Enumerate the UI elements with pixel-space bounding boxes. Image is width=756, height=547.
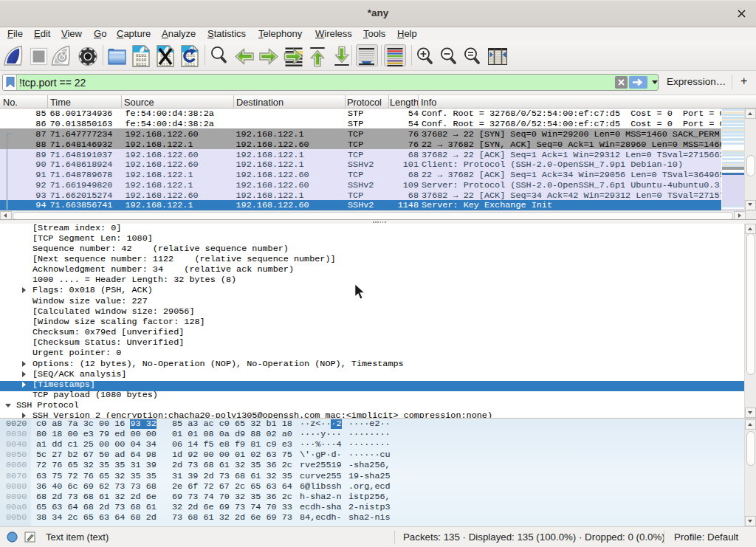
svg-text:0111: 0111	[136, 62, 147, 67]
